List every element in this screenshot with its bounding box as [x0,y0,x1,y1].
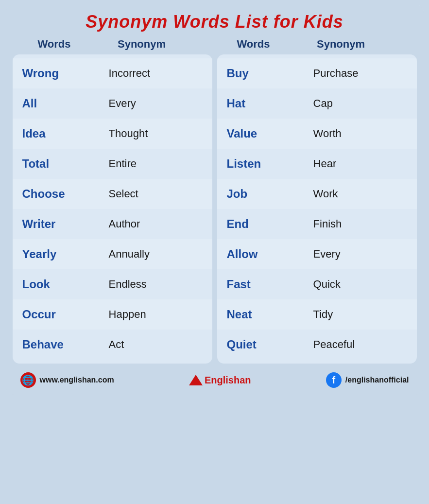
header-synonym-right: Synonym [292,38,390,51]
table-row: Buy Purchase [217,58,417,88]
word-cell: Occur [22,308,109,321]
word-cell: Allow [227,247,313,261]
table-row: Wrong Incorrect [13,58,212,88]
word-cell: Idea [22,127,109,140]
table-row: Allow Every [217,239,417,269]
footer-facebook: f /englishanofficial [326,372,409,388]
table-row: Occur Happen [13,299,212,330]
word-cell: Neat [227,308,313,321]
synonym-cell: Cap [313,97,407,110]
table-row: Idea Thought [13,119,212,149]
word-cell: Yearly [22,247,109,261]
header-words-left: Words [16,38,93,51]
word-cell: All [22,97,109,110]
word-cell: Job [227,187,313,201]
table-row: Hat Cap [217,88,417,119]
synonym-cell: Select [109,188,203,200]
word-cell: Fast [227,278,313,291]
word-cell: Total [22,157,109,171]
synonym-cell: Thought [109,127,203,140]
synonym-cell: Act [109,338,203,351]
word-cell: Look [22,278,109,291]
synonym-cell: Purchase [313,67,407,80]
table-row: Value Worth [217,119,417,149]
panels-row: Wrong Incorrect All Every Idea Thought T… [6,54,424,364]
table-row: Total Entire [13,149,212,179]
title-bar: Synonym Words List for Kids [6,5,424,36]
word-cell: Listen [227,157,313,171]
left-table-panel: Wrong Incorrect All Every Idea Thought T… [13,54,212,364]
table-row: Look Endless [13,269,212,299]
synonym-cell: Tidy [313,308,407,321]
table-row: Choose Select [13,179,212,209]
table-row: All Every [13,88,212,119]
word-cell: End [227,217,313,231]
facebook-icon: f [326,372,342,388]
synonym-cell: Work [313,188,407,200]
page-title: Synonym Words List for Kids [11,12,419,32]
synonym-cell: Entire [109,157,203,170]
synonym-cell: Author [109,218,203,230]
table-row: Quiet Peaceful [217,330,417,360]
brand-text: Englishan [205,375,251,386]
logo-triangle-icon [189,375,203,385]
header-words-right: Words [215,38,292,51]
word-cell: Behave [22,338,109,351]
synonym-cell: Incorrect [109,67,203,80]
header-synonym-left: Synonym [93,38,190,51]
table-row: End Finish [217,209,417,239]
table-row: Neat Tidy [217,299,417,330]
synonym-cell: Annually [109,248,203,261]
word-cell: Hat [227,97,313,110]
synonym-cell: Endless [109,278,203,291]
page-wrapper: Synonym Words List for Kids Words Synony… [6,5,424,395]
globe-icon: 🌐 [20,372,36,388]
table-row: Yearly Annually [13,239,212,269]
table-row: Job Work [217,179,417,209]
synonym-cell: Finish [313,218,407,230]
synonym-cell: Quick [313,278,407,291]
website-text: www.englishan.com [40,376,114,384]
header-row: Words Synonym Words Synonym [6,36,424,54]
word-cell: Buy [227,67,313,80]
table-row: Behave Act [13,330,212,360]
synonym-cell: Every [109,97,203,110]
table-row: Listen Hear [217,149,417,179]
footer-website: 🌐 www.englishan.com [20,372,114,388]
synonym-cell: Worth [313,127,407,140]
table-row: Fast Quick [217,269,417,299]
synonym-cell: Happen [109,308,203,321]
word-cell: Writer [22,217,109,231]
footer: 🌐 www.englishan.com Englishan f /english… [6,367,424,390]
synonym-cell: Every [313,248,407,261]
word-cell: Quiet [227,338,313,351]
table-row: Writer Author [13,209,212,239]
word-cell: Wrong [22,67,109,80]
synonym-cell: Hear [313,157,407,170]
facebook-text: /englishanofficial [345,376,409,384]
footer-brand: Englishan [189,375,251,386]
brand-name: nglishan [211,375,251,385]
word-cell: Value [227,127,313,140]
synonym-cell: Peaceful [313,338,407,351]
word-cell: Choose [22,187,109,201]
right-table-panel: Buy Purchase Hat Cap Value Worth Listen … [217,54,417,364]
